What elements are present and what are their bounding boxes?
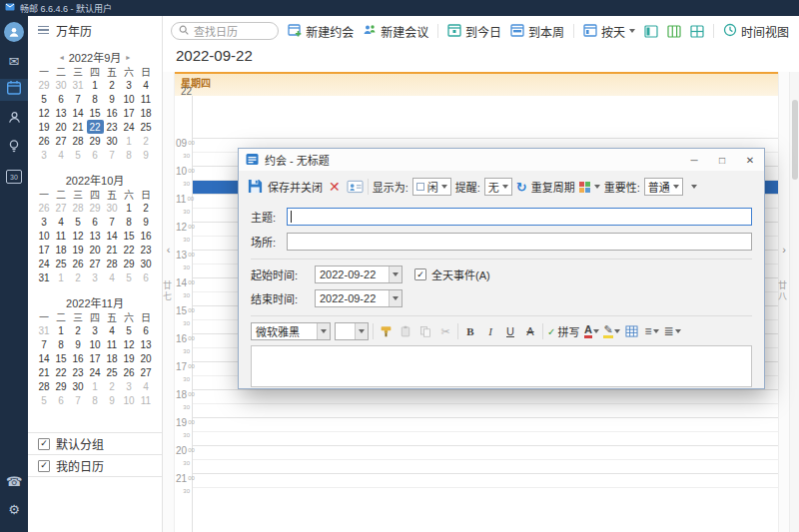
mini-cal-day[interactable]: 6 bbox=[87, 215, 104, 229]
mini-cal-day[interactable]: 7 bbox=[36, 337, 53, 351]
go-today-button[interactable]: 到今日 bbox=[447, 23, 501, 40]
mini-cal-day[interactable]: 8 bbox=[121, 215, 138, 229]
mini-cal-day[interactable]: 7 bbox=[70, 393, 87, 407]
mini-cal-day[interactable]: 30 bbox=[104, 201, 121, 215]
mini-cal-day[interactable]: 16 bbox=[104, 106, 121, 120]
search-input[interactable]: 查找日历 bbox=[171, 22, 279, 40]
mini-cal-day[interactable]: 29 bbox=[36, 78, 53, 92]
dialog-minimize-button[interactable]: ─ bbox=[680, 149, 708, 171]
mini-cal-day[interactable]: 29 bbox=[121, 257, 138, 270]
italic-button[interactable]: I bbox=[482, 323, 498, 340]
mini-cal-day[interactable]: 26 bbox=[70, 257, 87, 270]
mini-cal-day[interactable]: 13 bbox=[53, 106, 70, 120]
mini-cal-day[interactable]: 5 bbox=[121, 323, 138, 337]
mini-cal-day[interactable]: 8 bbox=[87, 92, 104, 106]
mini-cal-day[interactable]: 12 bbox=[121, 337, 138, 351]
mini-cal-day[interactable]: 17 bbox=[36, 243, 53, 257]
mini-cal-day[interactable]: 7 bbox=[104, 148, 121, 162]
mini-cal-day[interactable]: 6 bbox=[53, 92, 70, 106]
mini-cal-day[interactable]: 3 bbox=[87, 270, 104, 284]
mini-cal-day[interactable]: 3 bbox=[36, 148, 53, 162]
mini-cal-day[interactable]: 27 bbox=[138, 365, 155, 379]
spell-check-button[interactable]: ✓ 拼写 bbox=[547, 323, 579, 339]
mini-cal-day[interactable]: 30 bbox=[53, 78, 70, 92]
mini-cal-day[interactable]: 20 bbox=[138, 351, 155, 365]
mini-cal-day[interactable]: 15 bbox=[121, 229, 138, 243]
mini-cal-day[interactable]: 13 bbox=[138, 337, 155, 351]
mini-cal-day[interactable]: 29 bbox=[53, 379, 70, 393]
time-view-button[interactable]: 时间视图 bbox=[723, 23, 789, 40]
tool-item-settings[interactable]: ⚙ bbox=[0, 498, 28, 520]
vertical-scrollbar[interactable] bbox=[789, 72, 799, 532]
mini-cal-day[interactable]: 29 bbox=[87, 201, 104, 215]
copy-icon[interactable] bbox=[417, 323, 433, 340]
mini-cal-day[interactable]: 21 bbox=[70, 120, 87, 134]
mini-cal-day[interactable]: 25 bbox=[104, 365, 121, 379]
sidebar-item-ideas[interactable] bbox=[0, 137, 28, 159]
mini-cal-day[interactable]: 4 bbox=[53, 148, 70, 162]
mini-cal-day[interactable]: 24 bbox=[121, 120, 138, 134]
mini-cal-day[interactable]: 5 bbox=[36, 92, 53, 106]
mini-cal-day[interactable]: 10 bbox=[36, 229, 53, 243]
align-button[interactable]: ≡ bbox=[644, 323, 660, 340]
mini-cal-day[interactable]: 23 bbox=[70, 365, 87, 379]
mini-cal-day[interactable]: 17 bbox=[87, 351, 104, 365]
mini-cal-day[interactable]: 9 bbox=[104, 92, 121, 106]
user-avatar[interactable] bbox=[0, 21, 28, 43]
mini-cal-day-selected[interactable]: 22 bbox=[87, 120, 104, 134]
sidebar-item-perpetual-calendar[interactable]: 30 bbox=[0, 166, 28, 188]
location-input[interactable] bbox=[287, 233, 752, 251]
mini-cal-day[interactable]: 31 bbox=[36, 323, 53, 337]
mini-cal-day[interactable]: 2 bbox=[138, 134, 155, 148]
mini-cal-day[interactable]: 31 bbox=[70, 78, 87, 92]
mini-cal-day[interactable]: 14 bbox=[104, 229, 121, 243]
more-options-button[interactable] bbox=[687, 178, 701, 196]
importance-select[interactable]: 普通 bbox=[644, 178, 683, 196]
mini-cal-day[interactable]: 19 bbox=[121, 351, 138, 365]
go-week-button[interactable]: 到本周 bbox=[510, 23, 564, 40]
month-view-icon-button[interactable] bbox=[690, 25, 704, 38]
insert-table-button[interactable] bbox=[624, 323, 640, 340]
by-day-button[interactable]: 按天 bbox=[583, 23, 635, 40]
mini-cal-day[interactable]: 23 bbox=[104, 120, 121, 134]
mini-cal-day[interactable]: 9 bbox=[70, 337, 87, 351]
mini-cal-day[interactable]: 28 bbox=[70, 134, 87, 148]
checkbox-checked-icon[interactable]: ✓ bbox=[38, 438, 50, 450]
category-button[interactable] bbox=[579, 182, 600, 193]
mini-cal-day[interactable]: 11 bbox=[104, 337, 121, 351]
sidebar-item-calendar[interactable] bbox=[0, 79, 28, 101]
font-family-select[interactable]: 微软雅黑 bbox=[251, 322, 331, 340]
show-as-select[interactable]: 闲 bbox=[412, 178, 451, 196]
mini-cal-day[interactable]: 3 bbox=[87, 323, 104, 337]
mini-cal-day[interactable]: 8 bbox=[121, 148, 138, 162]
mini-cal-day[interactable]: 1 bbox=[53, 270, 70, 284]
mini-cal-day[interactable]: 28 bbox=[70, 201, 87, 215]
dialog-close-button[interactable]: ✕ bbox=[736, 149, 764, 171]
mini-cal-day[interactable]: 8 bbox=[87, 393, 104, 407]
mini-cal-day[interactable]: 17 bbox=[121, 106, 138, 120]
mini-cal-day[interactable]: 9 bbox=[138, 215, 155, 229]
mini-cal-day[interactable]: 10 bbox=[121, 92, 138, 106]
mini-cal-day[interactable]: 2 bbox=[138, 201, 155, 215]
mini-cal-day[interactable]: 1 bbox=[87, 78, 104, 92]
mini-cal-day[interactable]: 18 bbox=[138, 106, 155, 120]
mini-cal-day[interactable]: 10 bbox=[87, 337, 104, 351]
next-day-strip[interactable]: › 廿八 bbox=[778, 72, 789, 532]
menu-icon[interactable] bbox=[38, 26, 49, 35]
cut-icon[interactable]: ✂ bbox=[437, 323, 453, 340]
prev-month-arrow-icon[interactable]: ◂ bbox=[60, 53, 64, 62]
mini-cal-day[interactable]: 3 bbox=[36, 215, 53, 229]
dialog-titlebar[interactable]: 约会 - 无标题 ─ □ ✕ bbox=[239, 149, 764, 171]
mini-cal-day[interactable]: 15 bbox=[87, 106, 104, 120]
filter-my-calendar[interactable]: ✓ 我的日历 bbox=[28, 455, 162, 477]
all-day-checkbox[interactable]: ✓ 全天事件(A) bbox=[414, 266, 490, 282]
mini-cal-day[interactable]: 19 bbox=[36, 120, 53, 134]
dropdown-button[interactable] bbox=[317, 323, 330, 339]
mini-cal-day[interactable]: 2 bbox=[70, 270, 87, 284]
filter-default-group[interactable]: ✓ 默认分组 bbox=[28, 433, 162, 455]
day-column-header[interactable]: 星期四 22 bbox=[175, 72, 778, 96]
mini-cal-day[interactable]: 3 bbox=[121, 78, 138, 92]
mini-cal-day[interactable]: 2 bbox=[104, 78, 121, 92]
mini-cal-day[interactable]: 10 bbox=[121, 393, 138, 407]
mini-cal-day[interactable]: 24 bbox=[36, 257, 53, 270]
